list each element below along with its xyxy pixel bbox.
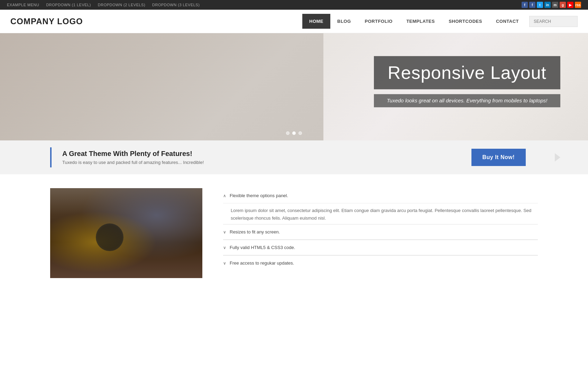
hero-subtitle: Tuxedo looks great on all devices. Every… (387, 98, 547, 103)
content-section: ∧ Flexible theme options panel. Lorem ip… (0, 174, 588, 292)
feature-item-3[interactable]: ∨ Fully valid HTML5 & CSS3 code. (223, 240, 538, 255)
content-features: ∧ Flexible theme options panel. Lorem ip… (223, 188, 538, 270)
feature-item-1[interactable]: ∧ Flexible theme options panel. (223, 188, 538, 203)
top-bar-menu: EXAMPLE MENU DROPDOWN (1 LEVEL) DROPDOWN… (7, 3, 200, 7)
feature-item-2[interactable]: ∨ Resizes to fit any screen. (223, 224, 538, 240)
facebook-icon[interactable]: f (522, 2, 528, 8)
mail-icon[interactable]: m (552, 2, 558, 8)
main-nav: HOME BLOG PORTFOLIO TEMPLATES SHORTCODES… (302, 14, 578, 29)
hero-slider: Responsive Layout Tuxedo looks great on … (0, 33, 588, 140)
hero-title-box: Responsive Layout (374, 56, 560, 89)
nav-portfolio[interactable]: PORTFOLIO (358, 14, 399, 29)
feature-chevron-down-icon-4: ∨ (223, 261, 226, 266)
feature-label-4: Free access to regukar updates. (230, 260, 294, 266)
buy-now-button[interactable]: Buy It Now! (471, 149, 526, 166)
rss-icon[interactable]: rss (575, 2, 581, 8)
cta-heading: A Great Theme With Plenty of Features! (62, 150, 204, 158)
cta-border-accent (50, 147, 52, 167)
twitter-icon[interactable]: t (537, 2, 543, 8)
linkedin-icon[interactable]: in (544, 2, 551, 8)
hero-subtitle-box: Tuxedo looks great on all devices. Every… (374, 94, 560, 107)
header: COMPANY LOGO HOME BLOG PORTFOLIO TEMPLAT… (0, 10, 588, 33)
feature-chevron-down-icon-2: ∨ (223, 230, 226, 234)
top-bar: EXAMPLE MENU DROPDOWN (1 LEVEL) DROPDOWN… (0, 0, 588, 10)
slider-dot-2[interactable] (292, 131, 296, 135)
content-image (50, 188, 202, 278)
search-input[interactable] (529, 16, 578, 27)
feature-label-2: Resizes to fit any screen. (230, 229, 280, 234)
feature-body-1: Lorem ipsum dolor sit amet, consectetur … (223, 203, 538, 224)
youtube-icon[interactable]: ▶ (567, 2, 573, 8)
nav-shortcodes[interactable]: SHORTCODES (442, 14, 489, 29)
company-logo[interactable]: COMPANY LOGO (10, 17, 83, 26)
feature-label-3: Fully valid HTML5 & CSS3 code. (230, 245, 295, 250)
feature-item-4[interactable]: ∨ Free access to regukar updates. (223, 256, 538, 270)
cta-subtext: Tuxedo is easy to use and packed full of… (62, 160, 204, 165)
hero-title: Responsive Layout (388, 63, 546, 83)
topbar-menu-item-2[interactable]: DROPDOWN (1 LEVEL) (46, 3, 91, 7)
cta-arrow-icon (555, 153, 560, 162)
slider-dots (286, 131, 302, 135)
cta-text: A Great Theme With Plenty of Features! T… (62, 150, 204, 165)
feature-label-1: Flexible theme options panel. (230, 193, 288, 198)
nav-templates[interactable]: TEMPLATES (399, 14, 442, 29)
topbar-menu-item-3[interactable]: DROPDOWN (2 LEVELS) (98, 3, 145, 7)
hero-content: Responsive Layout Tuxedo looks great on … (374, 56, 560, 107)
cta-banner: A Great Theme With Plenty of Features! T… (0, 140, 588, 174)
nav-home[interactable]: HOME (302, 14, 330, 29)
nav-blog[interactable]: BLOG (330, 14, 358, 29)
slider-dot-3[interactable] (298, 131, 302, 135)
topbar-menu-item-4[interactable]: DROPDOWN (3 LEVELS) (152, 3, 200, 7)
social-icons: f f t in m g ▶ rss (522, 2, 581, 8)
google-icon[interactable]: g (560, 2, 566, 8)
topbar-menu-item-1[interactable]: EXAMPLE MENU (7, 3, 39, 7)
facebook2-icon[interactable]: f (529, 2, 535, 8)
slider-dot-1[interactable] (286, 131, 290, 135)
nav-contact[interactable]: CONTACT (489, 14, 526, 29)
feature-chevron-up-icon: ∧ (223, 193, 226, 198)
feature-chevron-down-icon-3: ∨ (223, 245, 226, 250)
hero-hand-area (0, 33, 323, 140)
